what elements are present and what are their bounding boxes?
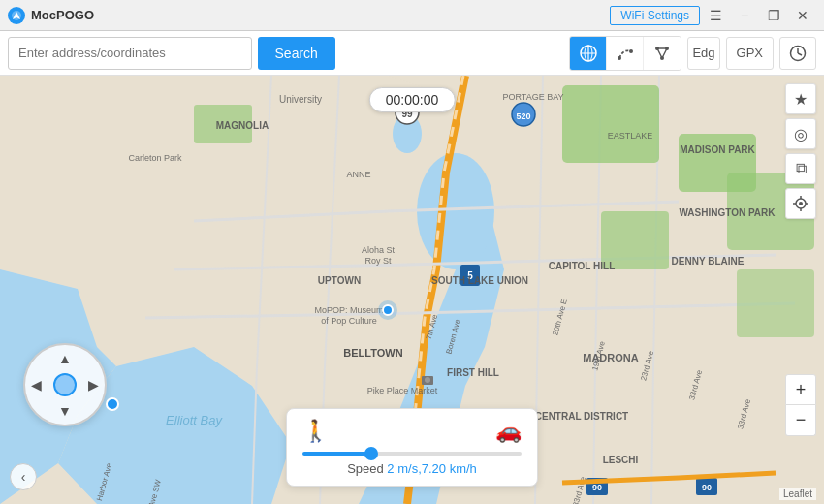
speed-value: 2 m/s,7.20 km/h (387, 461, 476, 476)
teleport-mode-button[interactable] (570, 37, 607, 70)
joystick[interactable]: ▲ ▼ ◀ ▶ (23, 343, 107, 426)
svg-text:EASTLAKE: EASTLAKE (608, 131, 653, 141)
screenshot-button[interactable]: ⧉ (785, 153, 816, 184)
search-button[interactable]: Search (258, 37, 335, 70)
zoom-in-button[interactable]: + (785, 374, 816, 405)
svg-text:Roy St: Roy St (364, 256, 392, 266)
titlebar-left: MocPOGO (8, 7, 94, 24)
right-tools: ★ ◎ ⧉ (785, 83, 816, 219)
svg-rect-23 (562, 85, 659, 163)
zoom-controls: + − (785, 374, 816, 436)
svg-text:DENNY BLAINE: DENNY BLAINE (672, 256, 745, 267)
wifi-settings-button[interactable]: WiFi Settings (610, 6, 700, 25)
app-title: MocPOGO (31, 8, 94, 22)
joystick-center[interactable] (53, 373, 77, 396)
svg-point-5 (618, 56, 621, 60)
svg-text:WASHINGTON PARK: WASHINGTON PARK (679, 207, 776, 218)
svg-text:FIRST HILL: FIRST HILL (447, 367, 499, 378)
gpx-button[interactable]: GPX (726, 37, 774, 70)
svg-text:90: 90 (592, 483, 602, 492)
svg-text:520: 520 (516, 111, 530, 121)
svg-point-82 (799, 202, 803, 205)
maximize-button[interactable]: ❐ (760, 5, 787, 26)
svg-text:MADISON PARK: MADISON PARK (680, 144, 755, 155)
speed-text: Speed 2 m/s,7.20 km/h (302, 461, 522, 476)
svg-line-10 (657, 48, 662, 58)
svg-text:90: 90 (702, 483, 712, 492)
joystick-right[interactable]: ▶ (88, 377, 99, 393)
joystick-left[interactable]: ◀ (31, 377, 42, 393)
svg-point-80 (425, 377, 430, 383)
joystick-up[interactable]: ▲ (58, 351, 72, 366)
menu-button[interactable]: ☰ (702, 5, 729, 26)
svg-text:MAGNOLIA: MAGNOLIA (216, 120, 269, 131)
joystick-down[interactable]: ▼ (58, 403, 72, 419)
titlebar: MocPOGO WiFi Settings ☰ − ❐ ✕ (0, 0, 824, 31)
favorites-button[interactable]: ★ (785, 83, 816, 114)
edge-label: Edg (687, 37, 719, 70)
back-button[interactable]: ‹ (10, 463, 37, 490)
svg-text:MADRONA: MADRONA (583, 352, 638, 363)
svg-text:Elliott Bay: Elliott Bay (166, 413, 223, 427)
app-logo (8, 7, 25, 24)
zoom-out-button[interactable]: − (785, 405, 816, 436)
speed-panel: 🚶 🚗 Speed 2 m/s,7.20 km/h (286, 408, 538, 487)
titlebar-controls: WiFi Settings ☰ − ❐ ✕ (610, 5, 816, 26)
svg-rect-28 (737, 269, 814, 337)
route-mode-button[interactable] (607, 37, 644, 70)
svg-text:UPTOWN: UPTOWN (318, 275, 361, 286)
timer-display: 00:00:00 (369, 87, 456, 112)
minimize-button[interactable]: − (731, 5, 758, 26)
svg-text:PORTAGE BAY: PORTAGE BAY (502, 92, 563, 102)
history-button[interactable] (779, 37, 816, 70)
svg-text:CENTRAL DISTRICT: CENTRAL DISTRICT (535, 411, 628, 422)
svg-text:Aloha St: Aloha St (362, 245, 396, 255)
drive-icon[interactable]: 🚗 (495, 419, 522, 444)
svg-text:Carleton Park: Carleton Park (128, 153, 182, 163)
map-container[interactable]: 99 520 99 ⬛ 5 90 90 MAGNOLIA University … (0, 76, 824, 504)
svg-text:LESCHI: LESCHI (603, 455, 639, 465)
walk-icon[interactable]: 🚶 (302, 419, 329, 444)
svg-text:SOUTH LAKE UNION: SOUTH LAKE UNION (431, 275, 528, 286)
svg-text:ANNE: ANNE (346, 170, 370, 179)
svg-line-15 (798, 53, 802, 55)
svg-text:MoPOP: Museum: MoPOP: Museum (314, 305, 383, 315)
center-location-button[interactable] (785, 188, 816, 219)
speed-slider[interactable] (302, 452, 522, 456)
svg-text:of Pop Culture: of Pop Culture (321, 316, 377, 326)
compass-button[interactable]: ◎ (785, 118, 816, 149)
joystick-indicator (106, 397, 119, 411)
joystick-ring: ▲ ▼ ◀ ▶ (23, 343, 107, 426)
location-pin (378, 300, 397, 320)
leaflet-attribution: Leaflet (779, 488, 816, 500)
speed-label: Speed (347, 461, 387, 476)
mode-tools (569, 36, 681, 71)
svg-text:CAPITOL HILL: CAPITOL HILL (549, 261, 616, 271)
search-input[interactable] (8, 37, 252, 70)
svg-point-6 (629, 49, 633, 53)
svg-text:BELLTOWN: BELLTOWN (343, 347, 402, 359)
svg-line-11 (662, 48, 667, 58)
multi-route-button[interactable] (644, 37, 681, 70)
svg-text:Pike Place Market: Pike Place Market (367, 386, 438, 395)
svg-text:University: University (279, 94, 322, 105)
toolbar: Search (0, 31, 824, 76)
close-button[interactable]: ✕ (789, 5, 816, 26)
